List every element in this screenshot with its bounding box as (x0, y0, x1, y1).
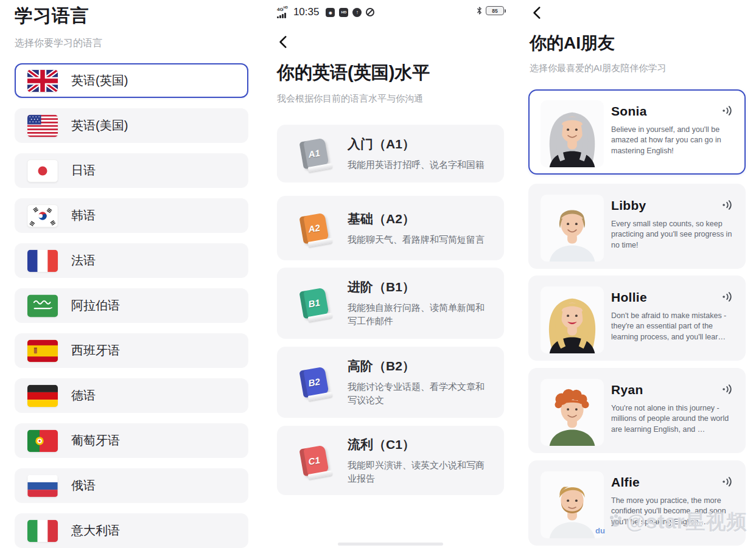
status-bar: 4GHD 10:35 ◉ HD ↑ 85 (277, 6, 496, 18)
book-a2-icon: A2 (296, 215, 332, 242)
avatar-libby (541, 195, 604, 262)
flag-es-icon (27, 339, 58, 362)
voice-preview-icon[interactable] (721, 475, 735, 488)
network-indicator: 4GHD (277, 6, 288, 18)
friend-name: Alfie (611, 475, 640, 490)
page-title: 学习语言 (15, 4, 248, 29)
language-label: 俄语 (71, 477, 96, 494)
home-indicator (338, 543, 443, 546)
friend-quote: The more you practice, the more confiden… (611, 496, 738, 527)
language-item-spanish[interactable]: 西班牙语 (15, 333, 248, 368)
back-button[interactable] (530, 5, 545, 21)
language-label: 法语 (71, 252, 96, 269)
language-label: 西班牙语 (71, 342, 120, 359)
bluetooth-icon (476, 6, 483, 15)
level-desc: 我能即兴演讲、读英文小说和写商业报告 (348, 459, 493, 485)
level-select-screen: 4GHD 10:35 ◉ HD ↑ 85 你的英语(英国)水平 我会根据你目前的… (277, 0, 504, 548)
battery-icon: 85 (486, 6, 504, 15)
flag-it-icon (27, 519, 58, 543)
language-label: 葡萄牙语 (71, 432, 120, 449)
friend-name: Sonia (611, 104, 647, 119)
language-item-arabic[interactable]: 阿拉伯语 (15, 288, 248, 323)
friend-card-hollie[interactable]: Hollie Don't be afraid to make mistakes … (528, 276, 746, 361)
level-title: 进阶（B1） (348, 279, 493, 296)
dnd-ring-icon (366, 8, 374, 16)
language-label: 英语(美国) (71, 117, 128, 134)
friend-name: Libby (611, 198, 646, 213)
voice-preview-icon[interactable] (721, 198, 735, 212)
voice-preview-icon[interactable] (721, 290, 735, 303)
page-subtitle: 选择你要学习的语言 (15, 37, 248, 50)
avatar-ryan (541, 379, 604, 446)
flag-fr-icon (27, 249, 58, 272)
friend-quote: Don't be afraid to make mistakes - they'… (611, 311, 738, 342)
level-title: 入门（A1） (348, 136, 493, 153)
flag-us-icon (27, 114, 58, 137)
friend-card-libby[interactable]: Libby Every small step counts, so keep p… (528, 184, 746, 269)
book-b1-icon: B1 (296, 290, 332, 317)
flag-jp-icon (27, 159, 58, 182)
back-button[interactable] (276, 34, 292, 50)
page-subtitle: 我会根据你目前的语言水平与你沟通 (277, 93, 423, 105)
friend-card-ryan[interactable]: Ryan You're not alone in this journey - … (528, 368, 746, 453)
language-label: 德语 (71, 387, 96, 404)
avatar-hollie (541, 286, 604, 353)
level-desc: 我能用英语打招呼、说名字和国籍 (348, 158, 493, 172)
level-card-a1[interactable]: A1 入门（A1） 我能用英语打招呼、说名字和国籍 (277, 125, 504, 182)
language-item-japanese[interactable]: 日语 (15, 153, 248, 188)
flag-sa-icon (27, 294, 58, 317)
avatar-sonia (541, 100, 604, 167)
flag-de-icon (27, 384, 58, 408)
friend-quote: Believe in yourself, and you'll be amaze… (611, 125, 738, 156)
avatar-alfie (541, 471, 604, 538)
language-label: 日语 (71, 162, 96, 179)
page-title: 你的AI朋友 (530, 32, 615, 55)
language-label: 英语(英国) (71, 72, 128, 89)
book-c1-icon: C1 (296, 447, 332, 474)
language-list: 英语(英国) 英语(美国) 日语 (15, 63, 248, 548)
level-card-a2[interactable]: A2 基础（A2） 我能聊天气、看路牌和写简短留言 (277, 196, 504, 260)
level-desc: 我能独自旅行问路、读简单新闻和写工作邮件 (348, 301, 493, 328)
level-card-b1[interactable]: B1 进阶（B1） 我能独自旅行问路、读简单新闻和写工作邮件 (277, 268, 504, 339)
friend-quote: You're not alone in this journey - milli… (611, 403, 738, 435)
page-subtitle: 选择你最喜爱的AI朋友陪伴你学习 (530, 63, 666, 74)
language-item-english-us[interactable]: 英语(美国) (15, 108, 248, 143)
level-title: 流利（C1） (348, 436, 493, 453)
language-item-english-uk[interactable]: 英语(英国) (15, 63, 248, 98)
friend-name: Ryan (611, 383, 643, 397)
language-item-italian[interactable]: 意大利语 (15, 513, 248, 548)
language-item-french[interactable]: 法语 (15, 243, 248, 278)
friend-card-sonia[interactable]: Sonia Believe in yourself, and you'll be… (528, 89, 746, 175)
book-a1-icon: A1 (296, 140, 332, 167)
language-item-korean[interactable]: 韩语 (15, 198, 248, 233)
language-label: 阿拉伯语 (71, 297, 120, 314)
language-select-screen: 学习语言 选择你要学习的语言 英语(英国) (15, 0, 248, 548)
vohd-badge-icon: HD (339, 8, 348, 17)
flag-pt-icon (27, 429, 58, 453)
language-label: 韩语 (71, 207, 96, 224)
book-b2-icon: B2 (296, 369, 332, 396)
flag-ru-icon (27, 474, 58, 498)
language-label: 意大利语 (71, 522, 120, 539)
voice-preview-icon[interactable] (721, 104, 735, 117)
upload-circle-icon: ↑ (352, 8, 362, 17)
level-title: 基础（A2） (348, 210, 493, 227)
level-card-c1[interactable]: C1 流利（C1） 我能即兴演讲、读英文小说和写商业报告 (277, 426, 504, 495)
flag-kr-icon (27, 204, 58, 227)
friend-quote: Every small step counts, so keep practic… (611, 219, 738, 251)
flag-uk-icon (27, 69, 58, 92)
friend-name: Hollie (611, 290, 647, 305)
level-card-b2[interactable]: B2 高阶（B2） 我能讨论专业话题、看学术文章和写议论文 (277, 347, 504, 418)
language-item-german[interactable]: 德语 (15, 378, 248, 413)
level-desc: 我能讨论专业话题、看学术文章和写议论文 (348, 380, 493, 407)
language-item-russian[interactable]: 俄语 (15, 468, 248, 503)
voice-preview-icon[interactable] (721, 383, 735, 396)
language-item-portuguese[interactable]: 葡萄牙语 (15, 423, 248, 458)
clock-time: 10:35 (293, 6, 320, 18)
screenshot-collage: 学习语言 选择你要学习的语言 英语(英国) (0, 0, 756, 548)
friend-card-alfie[interactable]: Alfie The more you practice, the more co… (528, 460, 746, 546)
signal-bars-icon (277, 13, 286, 18)
level-desc: 我能聊天气、看路牌和写简短留言 (348, 233, 493, 246)
level-title: 高阶（B2） (348, 358, 493, 375)
page-title: 你的英语(英国)水平 (277, 61, 430, 85)
